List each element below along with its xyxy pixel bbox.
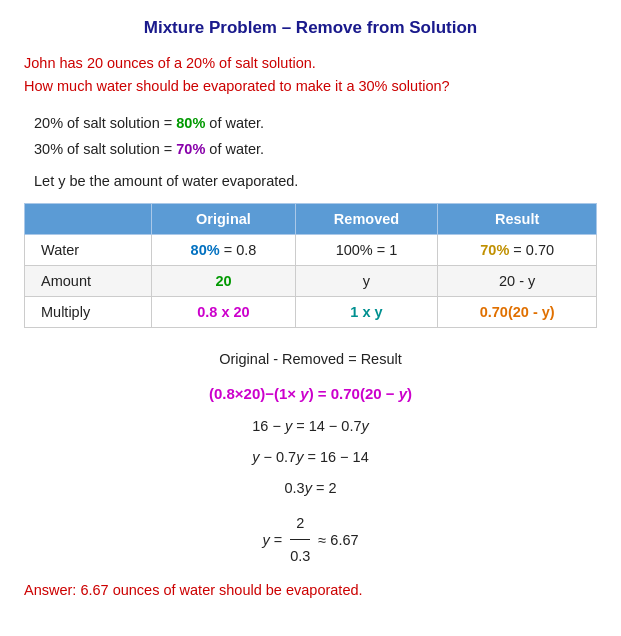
problem-line1: John has 20 ounces of a 20% of salt solu… bbox=[24, 52, 597, 75]
table-row-water: Water 80% = 0.8 100% = 1 70% = 0.70 bbox=[25, 234, 597, 265]
equation-4: 0.3y = 2 bbox=[24, 473, 597, 503]
fraction: 2 0.3 bbox=[290, 508, 310, 572]
equation-5: y = 2 0.3 ≈ 6.67 bbox=[24, 508, 597, 572]
equations-section: Original - Removed = Result (0.8×20)−(1×… bbox=[24, 344, 597, 572]
water-removed: 100% = 1 bbox=[295, 234, 438, 265]
equation-3: y − 0.7y = 16 − 14 bbox=[24, 442, 597, 472]
table-row-multiply: Multiply 0.8 x 20 1 x y 0.70(20 - y) bbox=[25, 296, 597, 327]
row-label-amount: Amount bbox=[25, 265, 152, 296]
col-header-original: Original bbox=[152, 203, 295, 234]
col-header-result: Result bbox=[438, 203, 597, 234]
row-label-multiply: Multiply bbox=[25, 296, 152, 327]
water-original: 80% = 0.8 bbox=[152, 234, 295, 265]
multiply-original: 0.8 x 20 bbox=[152, 296, 295, 327]
problem-line2: How much water should be evaporated to m… bbox=[24, 75, 597, 98]
let-statement: Let y be the amount of water evaporated. bbox=[34, 173, 597, 189]
water-result: 70% = 0.70 bbox=[438, 234, 597, 265]
equation-label: Original - Removed = Result bbox=[24, 344, 597, 374]
notes: 20% of salt solution = 80% of water. 30%… bbox=[34, 110, 597, 162]
row-label-water: Water bbox=[25, 234, 152, 265]
col-header-label bbox=[25, 203, 152, 234]
fraction-numerator: 2 bbox=[290, 508, 310, 540]
table-row-amount: Amount 20 y 20 - y bbox=[25, 265, 597, 296]
amount-removed: y bbox=[295, 265, 438, 296]
equation-2: 16 − y = 14 − 0.7y bbox=[24, 411, 597, 441]
multiply-result: 0.70(20 - y) bbox=[438, 296, 597, 327]
equation-1: (0.8×20)−(1× y) = 0.70(20 − y) bbox=[24, 378, 597, 410]
note-line1: 20% of salt solution = 80% of water. bbox=[34, 110, 597, 136]
answer-text: Answer: 6.67 ounces of water should be e… bbox=[24, 582, 597, 598]
multiply-removed: 1 x y bbox=[295, 296, 438, 327]
amount-original: 20 bbox=[152, 265, 295, 296]
fraction-denominator: 0.3 bbox=[290, 540, 310, 571]
title: Mixture Problem – Remove from Solution bbox=[24, 18, 597, 38]
note-line2: 30% of salt solution = 70% of water. bbox=[34, 136, 597, 162]
amount-result: 20 - y bbox=[438, 265, 597, 296]
problem-text: John has 20 ounces of a 20% of salt solu… bbox=[24, 52, 597, 98]
mixture-table: Original Removed Result Water 80% = 0.8 … bbox=[24, 203, 597, 328]
col-header-removed: Removed bbox=[295, 203, 438, 234]
